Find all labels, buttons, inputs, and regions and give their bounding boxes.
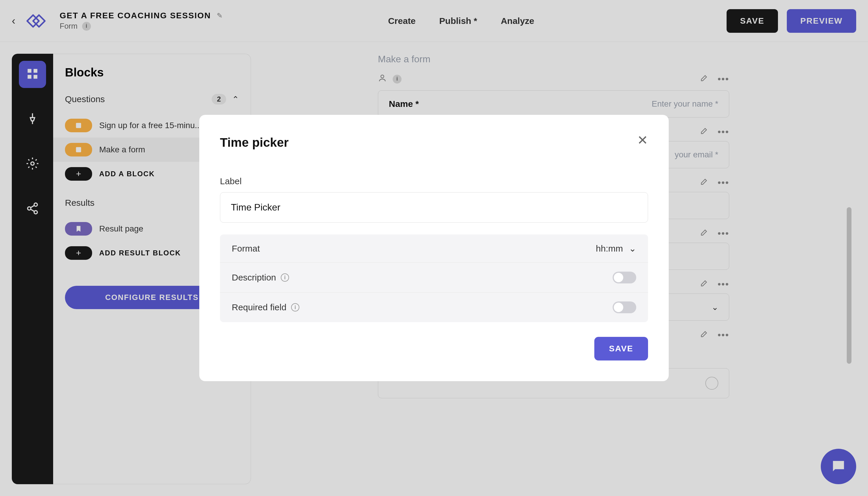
modal-overlay[interactable]: Time picker ✕ Label Format hh:mm ⌄ Descr… <box>0 0 868 496</box>
modal-title: Time picker <box>220 136 648 150</box>
format-label: Format <box>232 244 260 253</box>
description-label: Description <box>232 273 276 282</box>
label-input[interactable] <box>220 192 648 222</box>
modal-save-button[interactable]: SAVE <box>594 337 648 360</box>
required-row: Required field i <box>220 293 648 322</box>
close-icon[interactable]: ✕ <box>637 133 648 148</box>
required-label: Required field <box>232 302 286 312</box>
modal-footer: SAVE <box>220 337 648 360</box>
settings-panel: Format hh:mm ⌄ Description i Required fi… <box>220 234 648 322</box>
description-row: Description i <box>220 263 648 293</box>
info-icon[interactable]: i <box>291 303 299 311</box>
required-toggle[interactable] <box>613 301 636 313</box>
label-field-label: Label <box>220 176 648 186</box>
format-dropdown[interactable]: hh:mm ⌄ <box>596 243 636 253</box>
time-picker-modal: Time picker ✕ Label Format hh:mm ⌄ Descr… <box>199 115 669 381</box>
format-value: hh:mm <box>596 244 623 253</box>
info-icon[interactable]: i <box>281 274 289 282</box>
format-row: Format hh:mm ⌄ <box>220 234 648 263</box>
chevron-down-icon: ⌄ <box>629 243 636 253</box>
description-toggle[interactable] <box>613 272 636 283</box>
